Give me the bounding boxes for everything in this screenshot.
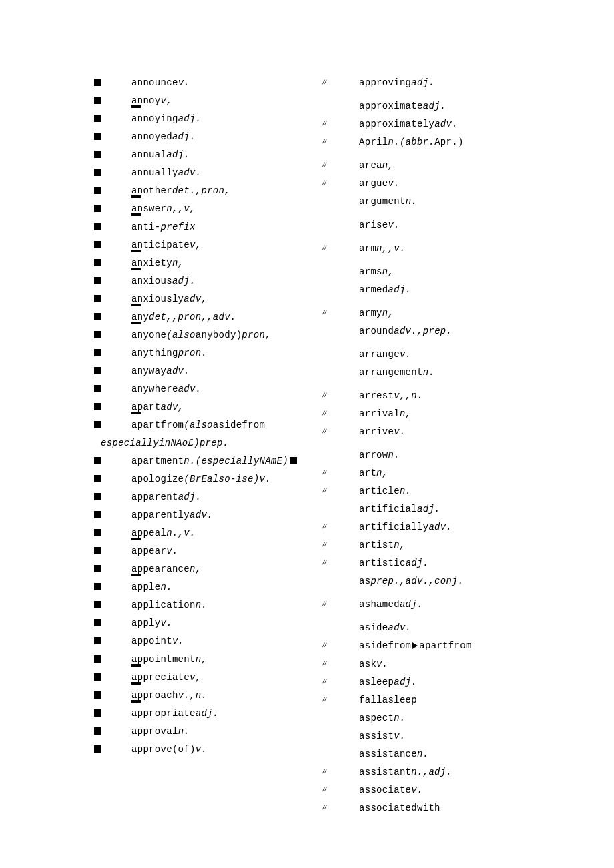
entry: 〃ashamedadj. xyxy=(307,595,614,613)
word-text: arrangementn. xyxy=(359,367,434,378)
word-text: assistancen. xyxy=(359,749,428,759)
entry: asprep.,adv.,conj. xyxy=(307,572,614,590)
square-bullet-icon xyxy=(94,493,101,500)
word-text: assistv. xyxy=(359,731,406,741)
ditto-mark-icon: 〃 xyxy=(319,408,328,420)
square-bullet-icon xyxy=(94,565,101,572)
entry: annoyedadj. xyxy=(0,127,307,145)
ditto-mark-icon: 〃 xyxy=(319,307,328,319)
entry: 〃assistantn.,adj. xyxy=(307,763,614,781)
entry: 〃fallasleep xyxy=(307,691,614,709)
ditto-mark-icon: 〃 xyxy=(319,467,328,479)
word-text: applicationn. xyxy=(131,600,207,610)
word-text: apparentadj. xyxy=(131,492,201,502)
word-text: anotherdet.,pron, xyxy=(131,185,230,196)
square-bullet-icon xyxy=(94,259,101,266)
square-bullet-icon xyxy=(94,619,101,626)
entry: 〃artistn, xyxy=(307,536,614,554)
entry: anythingpron. xyxy=(0,344,307,362)
entry: answern,,v, xyxy=(0,199,307,218)
ditto-mark-icon: 〃 xyxy=(319,77,328,89)
entry: anotherdet.,pron, xyxy=(0,181,307,199)
word-text: answern,,v, xyxy=(131,203,196,214)
entry: approximateadj. xyxy=(307,97,614,115)
square-bullet-icon xyxy=(94,223,101,230)
square-bullet-icon xyxy=(94,601,101,608)
square-bullet-icon xyxy=(94,187,101,194)
square-bullet-icon xyxy=(94,169,101,176)
word-text: articlen. xyxy=(359,486,411,496)
entry: apparentadj. xyxy=(0,488,307,506)
word-text: approachv.,n. xyxy=(131,690,207,701)
entry: 〃approximatelyadv. xyxy=(307,115,614,133)
entry: appointv. xyxy=(0,632,307,650)
square-bullet-icon xyxy=(94,745,101,753)
square-bullet-icon xyxy=(94,241,101,248)
ditto-mark-icon: 〃 xyxy=(319,766,328,778)
word-text: annualadj. xyxy=(131,149,190,160)
word-text: asideadv. xyxy=(359,622,411,633)
word-text: armsn, xyxy=(359,266,394,277)
entry: 〃arrivev. xyxy=(307,422,614,440)
word-text: artisticadj. xyxy=(359,558,428,568)
word-text: appointmentn, xyxy=(131,654,207,665)
square-bullet-icon xyxy=(94,97,101,104)
word-text: annoyv, xyxy=(131,95,172,106)
left-column: announcev.annoyv,annoyingadj.annoyedadj.… xyxy=(0,73,307,758)
entry: anxiousadj. xyxy=(0,272,307,290)
square-bullet-icon xyxy=(94,367,101,374)
entry: appearancen, xyxy=(0,560,307,578)
entry: anxiouslyadv, xyxy=(0,290,307,308)
accent-mark-icon xyxy=(131,322,141,324)
word-text: apologize(BrEalso-ise)v. xyxy=(131,474,271,484)
entry: 〃armn,,v. xyxy=(307,239,614,257)
entry: arrangementn. xyxy=(307,363,614,381)
entry: applen. xyxy=(0,578,307,596)
entry: apartfrom(alsoasidefrom xyxy=(0,416,307,434)
entry: assistv. xyxy=(307,727,614,745)
word-text: appreciatev, xyxy=(131,672,201,683)
word-text: applyv. xyxy=(131,618,172,628)
word-text: apartmentn.(especiallyNAmE) xyxy=(131,456,297,466)
word-text: anythingpron. xyxy=(131,348,207,358)
square-bullet-icon xyxy=(94,709,101,717)
entry: approachv.,n. xyxy=(0,686,307,704)
word-text: anxietyn, xyxy=(131,258,184,268)
square-bullet-icon xyxy=(94,511,101,518)
ditto-mark-icon: 〃 xyxy=(319,598,328,610)
square-bullet-icon xyxy=(94,475,101,482)
accent-mark-icon xyxy=(131,412,141,414)
accent-mark-icon xyxy=(131,538,141,540)
entry: apologize(BrEalso-ise)v. xyxy=(0,470,307,488)
entry: applicationn. xyxy=(0,596,307,614)
word-text: approve(of)v. xyxy=(131,744,207,755)
ditto-mark-icon: 〃 xyxy=(319,676,328,688)
word-text: appealn.,v. xyxy=(131,528,196,538)
accent-mark-icon xyxy=(131,574,141,576)
word-text: asidefromapartfrom xyxy=(359,640,472,651)
square-bullet-icon xyxy=(94,673,101,681)
ditto-mark-icon: 〃 xyxy=(319,159,328,171)
square-bullet-icon xyxy=(94,691,101,699)
word-text: applen. xyxy=(131,582,172,592)
entry: apartadv, xyxy=(0,398,307,416)
square-bullet-icon xyxy=(94,403,101,410)
square-bullet-icon xyxy=(94,385,101,392)
accent-mark-icon xyxy=(131,105,141,108)
entry: anxietyn, xyxy=(0,254,307,272)
entry: 〃asleepadj. xyxy=(307,673,614,691)
entry: 〃arguev. xyxy=(307,174,614,192)
word-text: asprep.,adv.,conj. xyxy=(359,576,464,586)
entry: 〃arrestv,,n. xyxy=(307,386,614,404)
square-bullet-icon xyxy=(94,205,101,212)
accent-mark-icon xyxy=(131,664,141,667)
square-bullet-icon xyxy=(94,277,101,284)
entry: 〃artn, xyxy=(307,464,614,482)
entry: aspectn. xyxy=(307,709,614,727)
word-text: anywhereadv. xyxy=(131,384,201,394)
square-bullet-icon xyxy=(94,421,101,428)
word-text: approximateadj. xyxy=(359,101,446,111)
word-text: argumentn. xyxy=(359,196,417,207)
word-text: aroundadv.,prep. xyxy=(359,326,452,336)
entry: announcev. xyxy=(0,73,307,91)
